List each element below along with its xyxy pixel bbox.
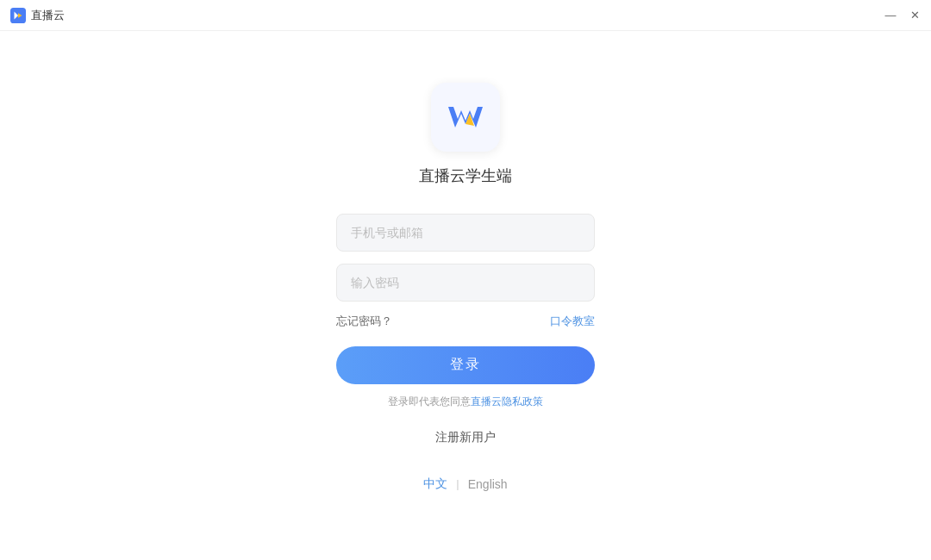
window-controls: — ✕: [884, 9, 921, 22]
app-icon: [443, 95, 488, 140]
lang-zh-button[interactable]: 中文: [423, 476, 447, 492]
form-container: 忘记密码？ 口令教室 登录 登录即代表您同意直播云隐私政策 注册新用户: [336, 214, 595, 470]
privacy-link[interactable]: 直播云隐私政策: [471, 395, 543, 408]
app-icon-wrapper: [431, 83, 500, 152]
lang-en-button[interactable]: English: [468, 477, 508, 491]
close-button[interactable]: ✕: [909, 9, 921, 22]
app-title-bar: 直播云: [31, 8, 65, 23]
lang-divider: |: [456, 477, 459, 490]
password-input[interactable]: [336, 264, 595, 302]
code-classroom-link[interactable]: 口令教室: [550, 314, 595, 329]
phone-email-input[interactable]: [336, 214, 595, 252]
minimize-button[interactable]: —: [884, 9, 897, 22]
login-button[interactable]: 登录: [336, 346, 595, 384]
register-link[interactable]: 注册新用户: [336, 430, 595, 445]
app-logo-small: [10, 8, 26, 23]
app-title: 直播云学生端: [419, 165, 512, 186]
main-content: 直播云学生端 忘记密码？ 口令教室 登录 登录即代表您同意直播云隐私政策 注册新…: [0, 31, 931, 560]
form-links: 忘记密码？ 口令教室: [336, 314, 595, 329]
title-bar-left: 直播云: [10, 8, 65, 23]
forgot-password-link[interactable]: 忘记密码？: [336, 314, 392, 329]
language-switcher: 中文 | English: [423, 476, 507, 492]
privacy-text: 登录即代表您同意直播云隐私政策: [336, 395, 595, 409]
title-bar: 直播云 — ✕: [0, 0, 931, 31]
